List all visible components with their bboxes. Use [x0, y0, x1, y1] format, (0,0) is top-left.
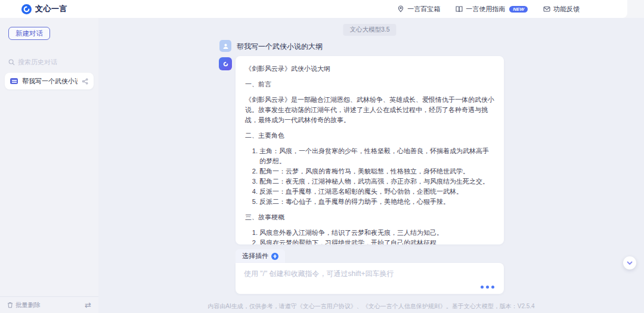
outline-item: 反派一：血手魔尊，江湖恶名昭彰的魔头，野心勃勃，企图统一武林。	[259, 187, 494, 197]
response-title: 《剑影风云录》武侠小说大纲	[245, 64, 494, 74]
batch-delete-button[interactable]: 批量删除	[7, 301, 41, 309]
conversation-title: 帮我写一个武侠小说的大纲	[22, 77, 78, 86]
section-heading: 一、前言	[245, 79, 494, 89]
message-input[interactable]	[236, 263, 504, 283]
footer-disclaimer: 内容由AI生成，仅供参考，请遵守《文心一言用户协议》、《文心一言个人信息保护规则…	[98, 302, 644, 311]
share-icon[interactable]	[82, 78, 88, 85]
user-avatar	[219, 40, 231, 52]
search-icon	[8, 59, 15, 66]
wenxin-logo-icon	[21, 4, 32, 14]
search-box	[6, 55, 92, 69]
chevron-down-icon	[627, 261, 633, 265]
trash-icon	[7, 302, 13, 308]
assistant-avatar	[219, 57, 232, 70]
conversation-item[interactable]: 帮我写一个武侠小说的大纲	[5, 73, 94, 89]
nav-label: 一言使用指南	[466, 5, 505, 14]
new-chat-button[interactable]: 新建对话	[8, 27, 50, 40]
batch-delete-label: 批量删除	[16, 301, 41, 309]
chat-area: 文心大模型3.5 帮我写一个武侠小说的大纲 《剑影风云录》武侠小说大纲 一、前言…	[98, 18, 644, 313]
composer	[236, 263, 504, 294]
plus-icon	[271, 253, 278, 260]
nav-user-guide[interactable]: 一言使用指南 NEW	[456, 5, 528, 14]
logo: 文心一言	[21, 4, 67, 14]
location-pin-icon	[397, 5, 404, 13]
scroll-to-bottom-button[interactable]	[623, 256, 636, 269]
section-heading: 二、主要角色	[245, 131, 494, 141]
sidebar-footer: 批量删除 ⇄	[0, 296, 98, 313]
outline-item: 配角一：云梦，风痕的青梅竹马，美貌聪慧，性格独立，身怀绝世武学。	[259, 166, 494, 176]
outline-item: 反派二：毒心仙子，血手魔尊的得力助手，美艳绝伦，心狠手辣。	[259, 197, 494, 207]
section-paragraph: 《剑影风云录》是一部融合江湖恩怨、武林纷争、英雄成长、爱恨情仇于一体的武侠小说。…	[245, 95, 494, 125]
search-input[interactable]	[18, 58, 103, 66]
book-icon	[456, 5, 463, 13]
mail-icon	[543, 5, 550, 13]
more-actions-button[interactable]	[481, 286, 494, 289]
nav-treasure-box[interactable]: 一言百宝箱	[397, 5, 440, 14]
nav-feedback[interactable]: 功能反馈	[543, 5, 580, 14]
section-heading: 三、故事梗概	[245, 212, 494, 222]
select-plugin-label: 选择插件	[242, 252, 268, 261]
model-badge: 文心大模型3.5	[343, 24, 396, 36]
character-list: 主角：风痕，一个出身贫寒的少年，性格坚毅，心地善良，怀揣着成为武林高手的梦想。 …	[245, 146, 494, 207]
user-message: 帮我写一个武侠小说的大纲	[237, 42, 323, 52]
outline-item: 配角二：夜无痕，江湖神秘人物，武功高强，亦正亦邪，与风痕结为生死之交。	[259, 176, 494, 187]
select-plugin-button[interactable]: 选择插件	[236, 249, 285, 263]
outline-item: 风痕意外卷入江湖纷争，结识了云梦和夜无痕，三人结为知己。	[259, 228, 494, 238]
swap-icon[interactable]: ⇄	[85, 301, 91, 309]
nav-label: 一言百宝箱	[407, 5, 440, 14]
sidebar: 新建对话 帮我写一个武侠小说的大纲 批量删除	[0, 18, 98, 313]
chat-bubble-icon	[10, 78, 18, 84]
header-nav: 一言百宝箱 一言使用指南 NEW 功能反馈	[397, 5, 580, 14]
outline-item: 风痕在云梦的帮助下，习得绝世武学，开始了自己的武林征程。	[259, 238, 494, 244]
outline-item: 主角：风痕，一个出身贫寒的少年，性格坚毅，心地善良，怀揣着成为武林高手的梦想。	[259, 146, 494, 166]
plot-list: 风痕意外卷入江湖纷争，结识了云梦和夜无痕，三人结为知己。 风痕在云梦的帮助下，习…	[245, 228, 494, 244]
header: 文心一言 一言百宝箱 一言使用指南 NEW	[0, 0, 627, 18]
new-badge: NEW	[509, 6, 528, 13]
assistant-response-card: 《剑影风云录》武侠小说大纲 一、前言 《剑影风云录》是一部融合江湖恩怨、武林纷争…	[236, 56, 504, 244]
app-title: 文心一言	[35, 4, 67, 14]
nav-label: 功能反馈	[553, 5, 580, 14]
